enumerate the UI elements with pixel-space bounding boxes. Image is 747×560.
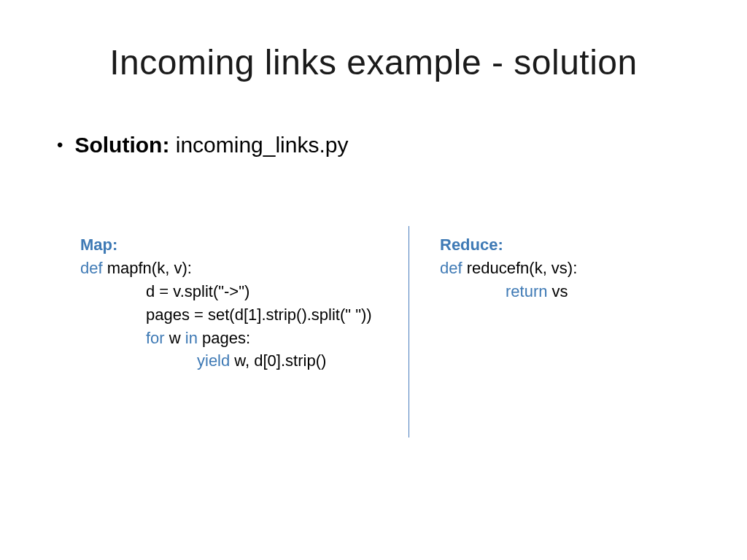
map-line-3: for w in pages: xyxy=(80,327,409,350)
slide: Incoming links example - solution • Solu… xyxy=(0,0,747,560)
map-block: Map: def mapfn(k, v): d = v.split("->") … xyxy=(80,233,409,438)
reduce-heading: Reduce: xyxy=(440,233,688,257)
slide-title: Incoming links example - solution xyxy=(0,42,747,82)
bullet-value: incoming_links.py xyxy=(169,133,348,157)
reduce-line-1: return vs xyxy=(440,280,688,303)
bullet-label: Solution: xyxy=(74,133,169,157)
map-line-2: pages = set(d[1].strip().split(" ")) xyxy=(80,303,409,327)
bullet-text: Solution: incoming_links.py xyxy=(74,133,348,158)
code-columns: Map: def mapfn(k, v): d = v.split("->") … xyxy=(80,233,688,438)
map-line-1: d = v.split("->") xyxy=(80,280,409,303)
bullet-list: • Solution: incoming_links.py xyxy=(57,133,349,158)
map-heading: Map: xyxy=(80,233,409,257)
bullet-dot-icon: • xyxy=(57,135,63,155)
reduce-def-line: def reducefn(k, vs): xyxy=(440,257,688,280)
reduce-block: Reduce: def reducefn(k, vs): return vs xyxy=(409,233,688,438)
bullet-item: • Solution: incoming_links.py xyxy=(57,133,349,158)
map-line-4: yield w, d[0].strip() xyxy=(80,349,409,373)
map-def-line: def mapfn(k, v): xyxy=(80,257,409,280)
